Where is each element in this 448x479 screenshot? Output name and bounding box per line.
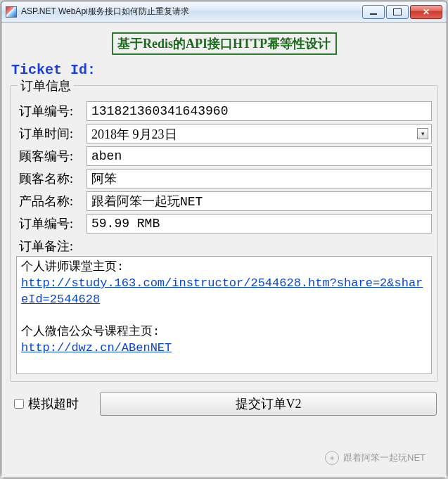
- banner-title: 基于Redis的API接口HTTP幂等性设计: [112, 32, 337, 55]
- submit-button[interactable]: 提交订单V2: [100, 392, 437, 416]
- product-name-label: 产品名称:: [16, 193, 87, 210]
- order-time-label: 订单时间:: [16, 125, 87, 142]
- app-icon: [6, 6, 17, 18]
- remark-link2[interactable]: http://dwz.cn/ABenNET: [21, 341, 172, 355]
- watermark: ✶ 跟着阿笨一起玩NET: [325, 451, 425, 465]
- customer-name-input[interactable]: [87, 169, 432, 189]
- close-button[interactable]: [410, 5, 442, 19]
- date-dropdown-icon[interactable]: [417, 128, 428, 139]
- order-no-input[interactable]: [87, 101, 432, 121]
- timeout-checkbox[interactable]: 模拟超时: [11, 395, 79, 412]
- customer-name-label: 顾客名称:: [16, 170, 87, 187]
- wechat-icon: ✶: [325, 451, 339, 465]
- remark-line1: 个人讲师课堂主页:: [21, 260, 124, 274]
- window-title: ASP.NET WebApi服务接口如何防止重复请求: [21, 6, 362, 18]
- client-area: 基于Redis的API接口HTTP幂等性设计 Ticket Id: 订单信息 订…: [1, 23, 447, 478]
- watermark-text: 跟着阿笨一起玩NET: [343, 452, 425, 464]
- customer-no-label: 顾客编号:: [16, 148, 87, 165]
- maximize-button[interactable]: [386, 5, 409, 19]
- product-name-input[interactable]: [87, 191, 432, 211]
- price-label: 订单编号:: [16, 215, 87, 232]
- window-buttons: [362, 5, 442, 19]
- order-info-group: 订单信息 订单编号: 订单时间: 2018年 9月23日 顾客编号: 顾客名称:: [10, 85, 438, 382]
- order-time-value: 2018年 9月23日: [91, 127, 177, 141]
- bottom-bar: 模拟超时 提交订单V2: [8, 392, 440, 416]
- remark-link1[interactable]: http://study.163.com/instructor/2544628.…: [21, 276, 423, 306]
- remark-label: 订单备注:: [19, 238, 432, 255]
- order-no-label: 订单编号:: [16, 103, 87, 120]
- timeout-checkbox-label: 模拟超时: [28, 395, 79, 412]
- remark-line2: 个人微信公众号课程主页:: [21, 325, 160, 338]
- app-window: ASP.NET WebApi服务接口如何防止重复请求 基于Redis的API接口…: [1, 1, 447, 478]
- group-title: 订单信息: [18, 77, 74, 94]
- titlebar[interactable]: ASP.NET WebApi服务接口如何防止重复请求: [1, 1, 447, 23]
- ticket-id-label: Ticket Id:: [11, 62, 440, 78]
- timeout-checkbox-input[interactable]: [14, 399, 24, 409]
- remark-textarea[interactable]: 个人讲师课堂主页: http://study.163.com/instructo…: [16, 256, 432, 374]
- order-time-picker[interactable]: 2018年 9月23日: [87, 124, 432, 143]
- price-input[interactable]: [87, 214, 432, 234]
- customer-no-input[interactable]: [87, 146, 432, 166]
- minimize-button[interactable]: [362, 5, 385, 19]
